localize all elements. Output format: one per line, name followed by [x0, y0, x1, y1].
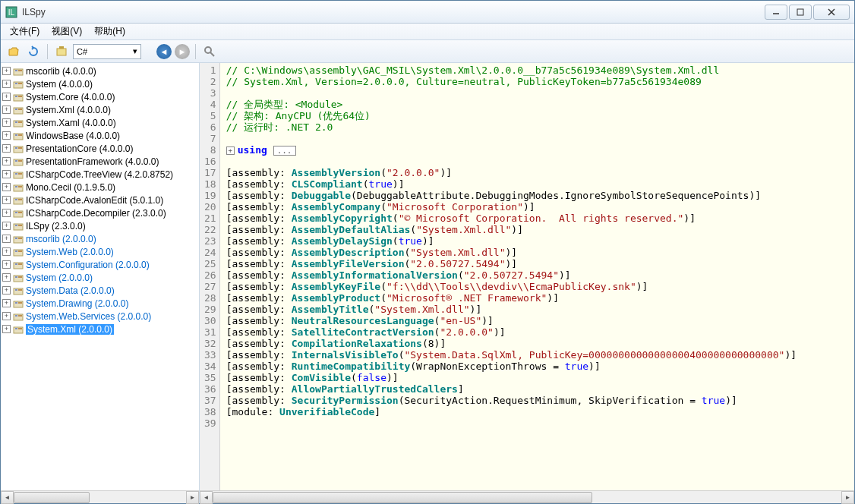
tree-item-label: ILSpy (2.3.0.0) — [26, 221, 86, 232]
nav-forward-button[interactable]: ► — [175, 44, 190, 59]
svg-rect-63 — [18, 289, 22, 291]
svg-rect-27 — [18, 134, 22, 136]
tree-hscrollbar[interactable]: ◄ ► — [1, 490, 199, 503]
expand-icon[interactable]: + — [2, 235, 11, 243]
tree-item[interactable]: +System (4.0.0.0) — [1, 77, 199, 90]
svg-rect-66 — [18, 302, 22, 304]
expand-icon[interactable]: + — [2, 131, 11, 140]
tree-item[interactable]: +System (2.0.0.0) — [1, 271, 199, 284]
maximize-button[interactable] — [789, 5, 812, 20]
menu-file[interactable]: 文件(F) — [4, 23, 46, 40]
expand-icon[interactable]: + — [2, 299, 11, 307]
tree-item[interactable]: +System.Drawing (2.0.0.0) — [1, 297, 199, 310]
refresh-button[interactable] — [25, 43, 42, 60]
tree-item[interactable]: +ICSharpCode.Decompiler (2.3.0.0) — [1, 206, 199, 219]
expand-icon[interactable]: + — [2, 106, 11, 114]
tree-item[interactable]: +PresentationFramework (4.0.0.0) — [1, 155, 199, 168]
svg-text:IL: IL — [8, 8, 15, 17]
expand-icon[interactable]: + — [2, 312, 11, 320]
tree-item[interactable]: +System.Data (2.0.0.0) — [1, 284, 199, 297]
tree-item[interactable]: +System.Xml (2.0.0.0) — [1, 323, 199, 335]
search-icon — [203, 46, 216, 58]
menu-help[interactable]: 帮助(H) — [88, 23, 131, 40]
tree-item-label: ICSharpCode.TreeView (4.2.0.8752) — [26, 169, 173, 180]
scroll-thumb[interactable] — [14, 492, 90, 503]
close-button[interactable] — [813, 5, 850, 20]
toolbar-separator — [47, 44, 48, 59]
svg-rect-33 — [18, 160, 22, 162]
tree-item[interactable]: +WindowsBase (4.0.0.0) — [1, 129, 199, 142]
scroll-track[interactable] — [213, 491, 841, 504]
expand-icon[interactable]: + — [2, 170, 11, 178]
expand-icon[interactable]: + — [2, 93, 11, 101]
tree-item[interactable]: +System.Web.Services (2.0.0.0) — [1, 310, 199, 323]
expand-icon[interactable]: + — [2, 67, 11, 75]
scroll-track[interactable] — [14, 491, 186, 504]
tree-item-label: System.Configuration (2.0.0.0) — [26, 260, 150, 270]
svg-rect-62 — [15, 289, 17, 291]
scroll-left-button[interactable]: ◄ — [1, 491, 14, 504]
expand-icon[interactable]: + — [2, 325, 11, 333]
expand-icon[interactable]: + — [2, 222, 11, 230]
tree-item[interactable]: +mscorlib (4.0.0.0) — [1, 65, 199, 77]
svg-rect-35 — [15, 173, 17, 175]
svg-rect-41 — [15, 199, 17, 200]
code-editor[interactable]: 1234567816171819202122232425262728293031… — [200, 63, 854, 490]
menubar: 文件(F) 视图(V) 帮助(H) — [1, 24, 854, 40]
svg-rect-12 — [18, 70, 22, 71]
expand-icon[interactable]: + — [2, 157, 11, 165]
tree-item[interactable]: +System.Xml (4.0.0.0) — [1, 103, 199, 116]
svg-rect-20 — [15, 109, 17, 110]
expand-icon[interactable]: + — [2, 118, 11, 127]
tree-item[interactable]: +ICSharpCode.TreeView (4.2.0.8752) — [1, 168, 199, 181]
tree-item[interactable]: +System.Xaml (4.0.0.0) — [1, 116, 199, 129]
expand-icon[interactable]: + — [2, 183, 11, 191]
svg-rect-48 — [18, 225, 22, 226]
svg-rect-71 — [15, 328, 17, 329]
assembly-tree[interactable]: +mscorlib (4.0.0.0)+System (4.0.0.0)+Sys… — [1, 63, 199, 490]
assembly-button[interactable] — [53, 43, 70, 60]
svg-rect-24 — [18, 121, 22, 123]
language-combo[interactable]: C# ▾ — [73, 44, 141, 59]
expand-icon[interactable]: + — [2, 286, 11, 295]
tree-item-label: System.Data (2.0.0.0) — [26, 285, 115, 296]
tree-item[interactable]: +System.Core (4.0.0.0) — [1, 90, 199, 103]
app-icon: IL — [5, 6, 17, 18]
svg-rect-15 — [18, 83, 22, 84]
svg-rect-36 — [18, 173, 22, 175]
tree-item[interactable]: +ICSharpCode.AvalonEdit (5.0.1.0) — [1, 194, 199, 206]
expand-icon[interactable]: + — [2, 80, 11, 88]
tree-item[interactable]: +ILSpy (2.3.0.0) — [1, 219, 199, 232]
main-area: +mscorlib (4.0.0.0)+System (4.0.0.0)+Sys… — [1, 63, 854, 503]
svg-rect-60 — [18, 276, 22, 278]
expand-icon[interactable]: + — [2, 209, 11, 217]
expand-icon[interactable]: + — [2, 144, 11, 153]
open-button[interactable] — [5, 43, 22, 60]
code-hscrollbar[interactable]: ◄ ► — [200, 490, 854, 503]
minimize-button[interactable] — [765, 5, 787, 20]
tree-item[interactable]: +System.Configuration (2.0.0.0) — [1, 258, 199, 271]
tree-item[interactable]: +System.Web (2.0.0.0) — [1, 245, 199, 258]
expand-icon[interactable]: + — [2, 273, 11, 282]
language-combo-value: C# — [77, 47, 87, 56]
tree-item-label: System.Web.Services (2.0.0.0) — [26, 311, 151, 322]
code-content[interactable]: // C:\Windows\assembly\GAC_MSIL\System.X… — [220, 63, 854, 490]
tree-item[interactable]: +mscorlib (2.0.0.0) — [1, 232, 199, 245]
scroll-left-button[interactable]: ◄ — [200, 491, 213, 504]
menu-view[interactable]: 视图(V) — [46, 23, 88, 40]
tree-item[interactable]: +Mono.Cecil (0.1.9.5.0) — [1, 181, 199, 194]
svg-rect-3 — [797, 9, 803, 15]
expand-icon[interactable]: + — [2, 247, 11, 256]
expand-icon[interactable]: + — [2, 260, 11, 269]
titlebar[interactable]: IL ILSpy — [1, 1, 854, 24]
scroll-right-button[interactable]: ► — [841, 491, 854, 504]
scroll-thumb[interactable] — [213, 492, 592, 503]
scroll-right-button[interactable]: ► — [186, 491, 199, 504]
svg-rect-18 — [18, 96, 22, 97]
expand-icon[interactable]: + — [2, 196, 11, 204]
tree-item[interactable]: +PresentationCore (4.0.0.0) — [1, 142, 199, 155]
search-button[interactable] — [201, 43, 218, 60]
nav-back-button[interactable]: ◄ — [156, 44, 172, 59]
svg-rect-57 — [18, 263, 22, 265]
svg-rect-47 — [15, 225, 17, 226]
